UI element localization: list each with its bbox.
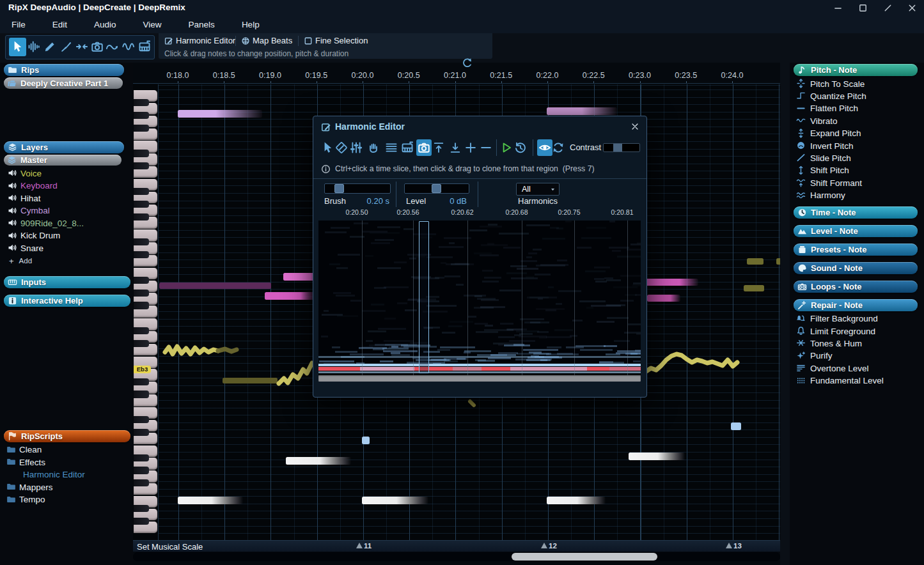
spectrogram[interactable] <box>318 221 641 382</box>
action-flatten-pitch[interactable]: Flatten Pitch <box>794 103 920 114</box>
level-slider[interactable] <box>404 183 469 194</box>
add-layer-button[interactable]: +Add <box>4 256 81 266</box>
action-slide-pitch[interactable]: Slide Pitch <box>794 152 920 164</box>
action-shift-formant[interactable]: Shift Formant <box>794 177 920 189</box>
status-label[interactable]: Set Musical Scale <box>137 542 203 552</box>
tab-fine-selection-icon[interactable] <box>304 36 313 45</box>
dialog-tool-camera-icon[interactable] <box>418 141 430 154</box>
measure-marker-triangle[interactable] <box>541 543 547 548</box>
section-pitch-note[interactable]: Pitch - Note <box>794 64 918 76</box>
action-shift-pitch[interactable]: Shift Pitch <box>794 165 920 176</box>
contrast-slider-handle[interactable] <box>613 144 622 151</box>
section-loops-note[interactable]: Loops - Note <box>794 281 918 293</box>
action-quantize-pitch[interactable]: Quantize Pitch <box>794 90 920 102</box>
dialog-tool-playoutline-icon[interactable] <box>500 141 513 154</box>
dialog-tool-eraser-icon[interactable] <box>335 141 348 154</box>
tool-lasso-icon[interactable] <box>106 40 118 53</box>
tool-pen-icon[interactable] <box>60 40 73 53</box>
dialog-tool-cursor-icon[interactable] <box>321 141 334 154</box>
action-limit-foreground[interactable]: Limit Foreground <box>794 325 920 337</box>
ripscript-item-effects[interactable]: Effects <box>4 456 129 468</box>
action-fundamental-level[interactable]: Fundamental Level <box>794 375 920 387</box>
tool-waveform-icon[interactable] <box>27 40 40 53</box>
loop-icon[interactable] <box>461 57 473 69</box>
tab-map-beats-icon[interactable] <box>241 36 250 45</box>
section-time-note[interactable]: Time - Note <box>794 206 918 219</box>
minimize-icon[interactable] <box>833 3 843 13</box>
dialog-tool-bardown-icon[interactable] <box>449 141 462 154</box>
action-purify[interactable]: Purify <box>794 350 920 362</box>
measure-marker-triangle[interactable] <box>356 543 363 548</box>
rips-header[interactable]: Rips <box>4 64 124 76</box>
ripscript-item-clean[interactable]: Clean <box>4 444 129 456</box>
dialog-tool-pianoroll-icon[interactable] <box>401 141 414 154</box>
action-expand-pitch[interactable]: Expand Pitch <box>794 128 920 139</box>
resize-icon[interactable] <box>883 3 893 13</box>
interactive-help-header[interactable]: Interactive Help <box>4 295 130 307</box>
dialog-tool-eye-icon[interactable] <box>538 141 551 154</box>
menu-help[interactable]: Help <box>238 20 263 29</box>
layer-item-snare[interactable]: Snare <box>4 242 129 254</box>
maximize-icon[interactable] <box>858 3 868 13</box>
tool-collapse-icon[interactable] <box>75 40 88 53</box>
tool-pencil-icon[interactable] <box>43 40 56 53</box>
dialog-tool-history-icon[interactable] <box>514 141 527 154</box>
close-icon[interactable] <box>907 3 917 13</box>
measure-marker-number[interactable]: 13 <box>733 542 742 550</box>
level-value[interactable]: 0 dB <box>437 196 467 206</box>
menu-panels[interactable]: Panels <box>185 20 219 29</box>
ripscript-item-tempo[interactable]: Tempo <box>4 494 129 506</box>
tool-wave-icon[interactable] <box>122 40 135 53</box>
rip-item-deeply-creative-part-1[interactable]: Deeply Creative Part 1 <box>4 77 123 89</box>
horizontal-scrollbar[interactable] <box>133 552 780 561</box>
tab-fine-selection[interactable]: Fine Selection <box>315 36 368 45</box>
ripscript-item-harmonic-editor[interactable]: Harmonic Editor <box>4 469 129 481</box>
tab-harmonic-editor[interactable]: Harmonic Editor <box>176 36 235 45</box>
measure-marker-triangle[interactable] <box>726 543 732 548</box>
dialog-tool-hand-icon[interactable] <box>367 141 380 154</box>
scrollbar-thumb[interactable] <box>512 553 657 561</box>
tab-harmonic-editor-icon[interactable] <box>164 36 173 45</box>
dialog-tool-hlines-icon[interactable] <box>385 141 398 154</box>
dialog-tool-sliders-icon[interactable] <box>350 141 363 154</box>
layer-item-master[interactable]: Master <box>4 155 121 166</box>
contrast-slider[interactable] <box>603 143 640 152</box>
ripscript-item-mappers[interactable]: Mappers <box>4 481 129 493</box>
menu-edit[interactable]: Edit <box>49 20 71 29</box>
action-invert-pitch[interactable]: Invert Pitch <box>794 140 920 151</box>
action-filter-background[interactable]: Filter Background <box>794 313 920 325</box>
layer-item-voice[interactable]: Voice <box>4 167 129 179</box>
measure-marker-number[interactable]: 11 <box>364 542 372 550</box>
action-harmony[interactable]: Harmony <box>794 190 920 201</box>
time-slice-selection[interactable] <box>419 221 429 373</box>
section-presets-note[interactable]: Presets - Note <box>794 244 918 256</box>
action-tones-hum[interactable]: Tones & Hum <box>794 337 920 349</box>
dialog-tool-barup-icon[interactable] <box>432 141 445 154</box>
timeline-ruler[interactable]: 0:18.00:18.50:19.00:19.50:20.00:20.50:21… <box>133 63 780 84</box>
brush-value[interactable]: 0.20 s <box>358 196 389 206</box>
layers-header[interactable]: Layers <box>4 141 124 153</box>
dialog-tool-refresh-icon[interactable] <box>552 141 565 154</box>
level-slider-handle[interactable] <box>432 184 441 193</box>
dialog-close-icon[interactable] <box>630 122 639 131</box>
spectrogram-scroll-bar[interactable] <box>318 375 641 382</box>
menu-audio[interactable]: Audio <box>90 20 120 29</box>
layer-item-909ride-02-8-[interactable]: 909Ride_02_8... <box>4 217 129 229</box>
tool-camera-icon[interactable] <box>91 40 104 53</box>
brush-slider[interactable] <box>324 183 391 194</box>
action-pitch-to-scale[interactable]: Pitch To Scale <box>794 78 920 89</box>
action-vibrato[interactable]: Vibrato <box>794 115 920 127</box>
section-sound-note[interactable]: Sound - Note <box>794 262 918 274</box>
harmonic-editor-dialog[interactable]: Harmonic Editor Contrast Ctrl+click a ti… <box>313 116 647 398</box>
tab-map-beats[interactable]: Map Beats <box>253 36 292 45</box>
tool-pianoroll-icon[interactable] <box>138 40 151 53</box>
layer-item-cymbal[interactable]: Cymbal <box>4 205 129 217</box>
layer-item-kick-drum[interactable]: Kick Drum <box>4 230 129 242</box>
layer-item-hihat[interactable]: Hihat <box>4 192 129 204</box>
ripscripts-header[interactable]: RipScripts <box>4 430 130 442</box>
measure-marker-number[interactable]: 12 <box>549 542 557 550</box>
harmonics-dropdown[interactable]: All <box>516 183 560 196</box>
inputs-header[interactable]: Inputs <box>4 276 130 288</box>
brush-slider-handle[interactable] <box>334 184 344 193</box>
menu-file[interactable]: File <box>8 20 29 29</box>
